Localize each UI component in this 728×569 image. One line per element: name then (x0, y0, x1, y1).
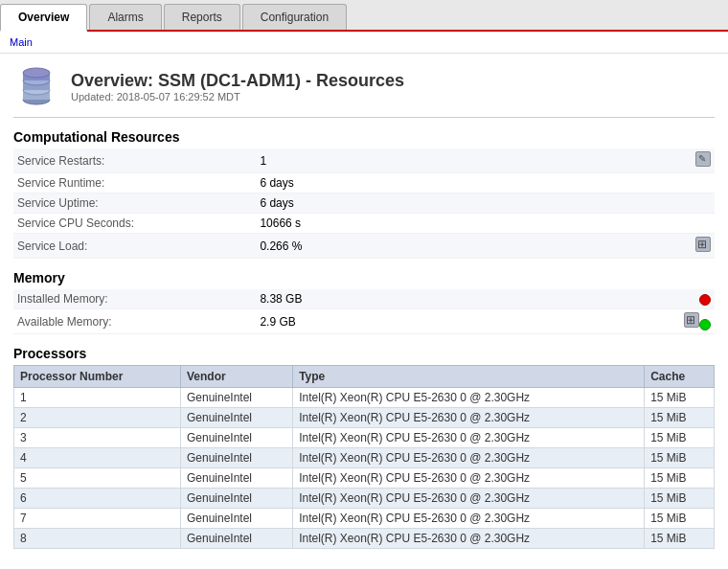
proc-vendor: GenuineIntel (180, 509, 292, 529)
expand-icon[interactable] (695, 237, 711, 252)
table-row: 6 GenuineIntel Intel(R) Xeon(R) CPU E5-2… (14, 489, 715, 509)
proc-number: 8 (14, 529, 181, 549)
processors-table: Processor NumberVendorTypeCache 1 Genuin… (13, 365, 715, 549)
column-header: Cache (645, 366, 715, 388)
edit-icon[interactable] (695, 151, 711, 167)
proc-number: 7 (14, 509, 181, 529)
table-row: Installed Memory: 8.38 GB (13, 289, 715, 309)
proc-type: Intel(R) Xeon(R) CPU E5-2630 0 @ 2.30GHz (293, 468, 645, 489)
memory-label: Available Memory: (13, 309, 256, 334)
proc-cache: 15 MiB (645, 428, 715, 448)
proc-type: Intel(R) Xeon(R) CPU E5-2630 0 @ 2.30GHz (293, 408, 645, 428)
proc-vendor: GenuineIntel (180, 428, 292, 448)
proc-cache: 15 MiB (645, 509, 715, 529)
tab-bar: Overview Alarms Reports Configuration (0, 0, 728, 32)
table-row: Service Uptime: 6 days (13, 193, 715, 214)
table-row: 7 GenuineIntel Intel(R) Xeon(R) CPU E5-2… (14, 509, 715, 529)
page-updated: Updated: 2018-05-07 16:29:52 MDT (71, 91, 404, 102)
red-status-icon (699, 294, 711, 306)
proc-type: Intel(R) Xeon(R) CPU E5-2630 0 @ 2.30GHz (293, 529, 645, 549)
breadcrumb-bar: Main (0, 32, 728, 54)
table-row: 2 GenuineIntel Intel(R) Xeon(R) CPU E5-2… (14, 408, 715, 428)
proc-type: Intel(R) Xeon(R) CPU E5-2630 0 @ 2.30GHz (293, 509, 645, 529)
proc-cache: 15 MiB (645, 468, 715, 489)
breadcrumb-main[interactable]: Main (10, 36, 33, 48)
proc-number: 3 (14, 428, 181, 448)
proc-cache: 15 MiB (645, 489, 715, 509)
proc-number: 4 (14, 448, 181, 468)
tab-reports[interactable]: Reports (164, 4, 240, 30)
svg-point-6 (23, 68, 50, 78)
table-row: Service Runtime: 6 days (13, 173, 715, 193)
page-title-block: Overview: SSM (DC1-ADM1) - Resources Upd… (71, 71, 404, 102)
section-processors: Processors (13, 346, 715, 361)
resource-label: Service Uptime: (13, 193, 256, 214)
table-row: 3 GenuineIntel Intel(R) Xeon(R) CPU E5-2… (14, 428, 715, 448)
tab-configuration[interactable]: Configuration (242, 4, 347, 30)
tab-overview[interactable]: Overview (0, 4, 87, 32)
column-header: Processor Number (14, 366, 181, 388)
expand-icon[interactable] (684, 312, 699, 328)
proc-vendor: GenuineIntel (180, 529, 292, 549)
proc-number: 6 (14, 489, 181, 509)
proc-type: Intel(R) Xeon(R) CPU E5-2630 0 @ 2.30GHz (293, 388, 645, 408)
resource-value: 10666 s (256, 214, 660, 234)
main-content: Overview: SSM (DC1-ADM1) - Resources Upd… (0, 54, 728, 558)
table-row: 5 GenuineIntel Intel(R) Xeon(R) CPU E5-2… (14, 468, 715, 489)
page-title: Overview: SSM (DC1-ADM1) - Resources (71, 71, 404, 91)
proc-cache: 15 MiB (645, 408, 715, 428)
proc-cache: 15 MiB (645, 448, 715, 468)
table-row: 1 GenuineIntel Intel(R) Xeon(R) CPU E5-2… (14, 388, 715, 408)
table-row: Service Restarts: 1 (13, 148, 715, 173)
proc-number: 2 (14, 408, 181, 428)
page-icon (13, 63, 59, 109)
proc-cache: 15 MiB (645, 529, 715, 549)
resource-value: 6 days (256, 193, 660, 214)
memory-value: 2.9 GB (256, 309, 660, 334)
memory-table: Installed Memory: 8.38 GB Available Memo… (13, 289, 715, 334)
proc-vendor: GenuineIntel (180, 388, 292, 408)
tab-alarms[interactable]: Alarms (89, 4, 161, 30)
proc-vendor: GenuineIntel (180, 468, 292, 489)
column-header: Vendor (180, 366, 292, 388)
section-computational: Computational Resources (13, 129, 715, 145)
page-header: Overview: SSM (DC1-ADM1) - Resources Upd… (13, 63, 715, 118)
table-row: 4 GenuineIntel Intel(R) Xeon(R) CPU E5-2… (14, 448, 715, 468)
proc-type: Intel(R) Xeon(R) CPU E5-2630 0 @ 2.30GHz (293, 489, 645, 509)
proc-vendor: GenuineIntel (180, 489, 292, 509)
green-status-icon (699, 319, 711, 330)
proc-type: Intel(R) Xeon(R) CPU E5-2630 0 @ 2.30GHz (293, 428, 645, 448)
table-row: 8 GenuineIntel Intel(R) Xeon(R) CPU E5-2… (14, 529, 715, 549)
proc-number: 1 (14, 388, 181, 408)
proc-number: 5 (14, 468, 181, 489)
resource-value: 6 days (256, 173, 660, 193)
table-row: Available Memory: 2.9 GB (13, 309, 715, 334)
memory-label: Installed Memory: (13, 289, 256, 309)
resource-value: 1 (256, 148, 660, 173)
table-row: Service Load: 0.266 % (13, 234, 715, 259)
computational-table: Service Restarts: 1 Service Runtime: 6 d… (13, 148, 715, 259)
proc-vendor: GenuineIntel (180, 408, 292, 428)
resource-label: Service Restarts: (13, 148, 256, 173)
resource-label: Service Load: (13, 234, 256, 259)
resource-label: Service CPU Seconds: (13, 214, 256, 234)
proc-type: Intel(R) Xeon(R) CPU E5-2630 0 @ 2.30GHz (293, 448, 645, 468)
proc-vendor: GenuineIntel (180, 448, 292, 468)
proc-cache: 15 MiB (645, 388, 715, 408)
table-row: Service CPU Seconds: 10666 s (13, 214, 715, 234)
resource-value: 0.266 % (256, 234, 660, 259)
resource-label: Service Runtime: (13, 173, 256, 193)
section-memory: Memory (13, 270, 715, 285)
column-header: Type (293, 366, 645, 388)
memory-value: 8.38 GB (256, 289, 660, 309)
